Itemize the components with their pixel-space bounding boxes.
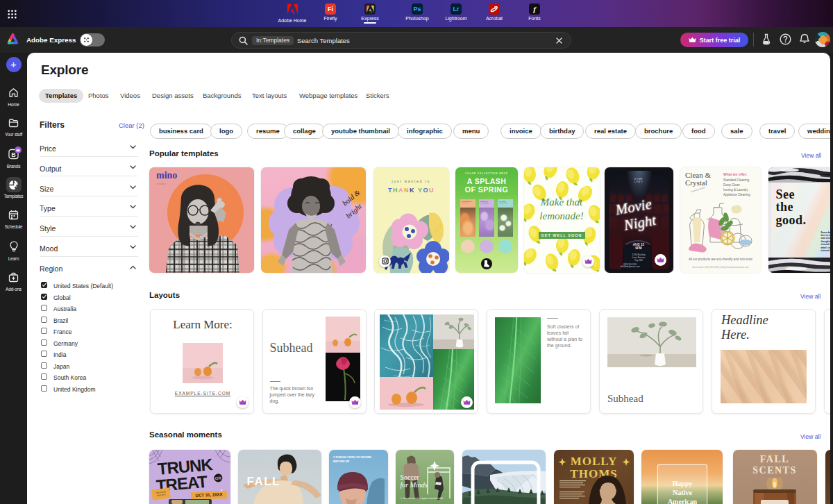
svg-text:OR: OR — [214, 476, 221, 480]
